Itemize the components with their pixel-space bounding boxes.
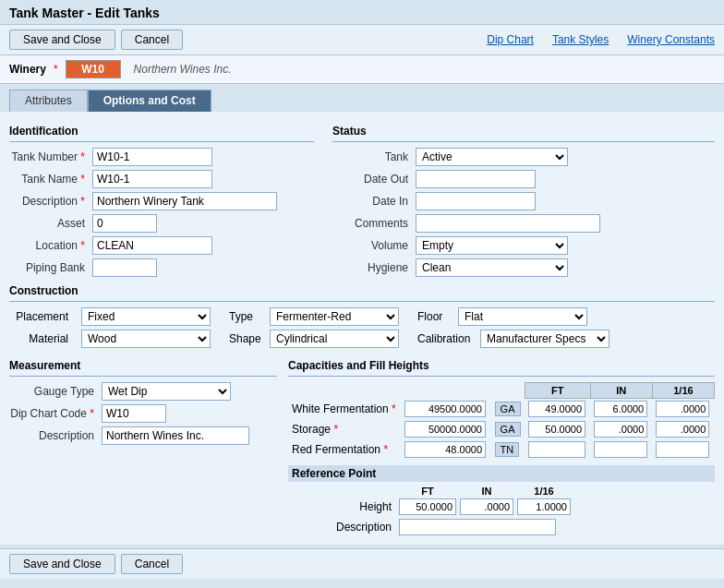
cap-ft-storage-input[interactable] — [528, 421, 585, 438]
cap-116-red-ferm-input[interactable] — [656, 441, 709, 458]
ref-height-ft-input[interactable] — [399, 498, 456, 515]
cap-val1-red-fermentation — [401, 439, 491, 460]
cap-ft-storage — [525, 419, 590, 439]
cap-row-white-fermentation: White Fermentation * GA — [288, 399, 715, 420]
save-close-button-top[interactable]: Save and Close — [9, 30, 115, 50]
floor-label: Floor — [417, 310, 451, 323]
date-in-input[interactable] — [416, 192, 536, 210]
tabs-bar: Attributes Options and Cost — [0, 84, 724, 112]
piping-bank-label: Piping Bank — [9, 261, 92, 274]
cap-val1-red-ferm-input[interactable] — [404, 441, 486, 458]
cap-label-storage: Storage * — [288, 419, 401, 439]
measurement-title: Measurement — [9, 355, 277, 377]
cap-in-red-ferm-input[interactable] — [594, 441, 647, 458]
date-out-input[interactable] — [416, 170, 536, 188]
ref-height-116-input[interactable] — [517, 498, 571, 515]
cap-val1-white-ferm-input[interactable] — [404, 401, 486, 417]
cap-in-white-ferm-input[interactable] — [594, 401, 647, 417]
tank-name-label: Tank Name * — [9, 173, 92, 186]
asset-input[interactable] — [92, 214, 157, 233]
winery-name: Northern Wines Inc. — [134, 63, 232, 76]
cap-val1-storage-input[interactable] — [404, 421, 486, 438]
shape-select[interactable]: CylindricalRectangular — [270, 330, 399, 348]
cap-tag-white-fermentation: GA — [491, 399, 525, 420]
volume-row: Volume Empty Full — [332, 236, 715, 255]
col-116-header: 1/16 — [652, 383, 714, 399]
cap-in-storage — [590, 419, 652, 439]
save-close-button-bottom[interactable]: Save and Close — [9, 554, 115, 574]
ref-height-row: Height — [288, 498, 715, 515]
winery-constants-link[interactable]: Winery Constants — [627, 33, 715, 46]
cap-val1-white-fermentation — [401, 399, 491, 420]
material-select[interactable]: WoodStainlessPlastic — [81, 330, 211, 348]
footer-bar: Save and Close Cancel — [0, 548, 724, 579]
date-in-label: Date In — [332, 195, 416, 208]
ref-description-input[interactable] — [399, 519, 556, 535]
hygiene-select[interactable]: Clean Dirty — [416, 258, 568, 277]
hygiene-row: Hygiene Clean Dirty — [332, 258, 715, 277]
col-empty-header — [401, 383, 491, 399]
cancel-button-top[interactable]: Cancel — [121, 30, 183, 50]
asset-row: Asset — [9, 214, 314, 233]
ref-description-row: Description — [288, 519, 715, 535]
cap-ft-white-ferm-input[interactable] — [528, 401, 585, 417]
tank-name-row: Tank Name * — [9, 170, 314, 188]
tab-options-and-cost[interactable]: Options and Cost — [88, 90, 211, 112]
calibration-select[interactable]: Manufacturer SpecsCustom — [480, 330, 609, 348]
cap-116-white-ferm-input[interactable] — [656, 401, 709, 417]
tank-number-input[interactable] — [92, 148, 212, 166]
tank-styles-link[interactable]: Tank Styles — [552, 33, 609, 46]
cap-116-white-fermentation — [652, 399, 714, 420]
cap-tag-storage: GA — [491, 419, 525, 439]
ref-height-label: Height — [288, 500, 395, 513]
ref-height-in-input[interactable] — [460, 498, 513, 515]
comments-input[interactable] — [416, 214, 600, 233]
piping-bank-row: Piping Bank — [9, 258, 314, 277]
cap-tag-red-fermentation: TN — [491, 439, 525, 460]
type-label: Type — [229, 310, 262, 323]
placement-select[interactable]: FixedMobile — [81, 307, 211, 326]
hygiene-label: Hygiene — [332, 261, 416, 274]
description-input[interactable] — [92, 192, 277, 210]
measurement-description-input[interactable] — [102, 426, 249, 445]
cap-row-storage: Storage * GA — [288, 419, 715, 439]
cap-ft-red-ferm-input[interactable] — [528, 441, 585, 458]
dip-chart-code-input[interactable] — [102, 404, 166, 423]
toolbar: Save and Close Cancel Dip Chart Tank Sty… — [0, 25, 724, 55]
identification-title: Identification — [9, 121, 314, 142]
dip-chart-link[interactable]: Dip Chart — [487, 33, 534, 46]
col-label-header — [288, 383, 401, 399]
capacities-table: FT IN 1/16 White Fermentation * — [288, 382, 715, 460]
piping-bank-input[interactable] — [92, 258, 157, 277]
location-row: Location * — [9, 236, 314, 255]
ref-col-headers: FT IN 1/16 — [288, 486, 715, 497]
measurement-description-label: Description — [9, 429, 102, 442]
cap-tag-white-ferm: GA — [495, 402, 521, 416]
gauge-type-select[interactable]: Wet DipDry Dip — [102, 382, 231, 401]
description-label: Description * — [9, 195, 92, 208]
toolbar-left: Save and Close Cancel — [9, 30, 183, 50]
volume-select[interactable]: Empty Full — [416, 236, 568, 255]
ref-116-header: 1/16 — [517, 486, 571, 497]
location-label: Location * — [9, 239, 92, 252]
cancel-button-bottom[interactable]: Cancel — [121, 554, 183, 574]
floor-select[interactable]: FlatSloped — [458, 307, 587, 326]
cap-116-red-fermentation — [652, 439, 714, 460]
location-input[interactable] — [92, 236, 212, 255]
winery-input[interactable] — [66, 60, 121, 78]
description-row: Description * — [9, 192, 314, 210]
tab-attributes[interactable]: Attributes — [9, 90, 88, 112]
tank-name-input[interactable] — [92, 170, 212, 188]
cap-ft-red-fermentation — [525, 439, 590, 460]
identification-section: Identification Tank Number * Tank Name *… — [9, 121, 314, 281]
cap-116-storage-input[interactable] — [656, 421, 709, 438]
cap-in-storage-input[interactable] — [594, 421, 647, 438]
tank-status-select[interactable]: Active Inactive — [416, 148, 568, 166]
construction-title: Construction — [9, 281, 715, 302]
construction-section: Construction Placement FixedMobile Type … — [9, 281, 715, 348]
cap-tag-red-ferm: TN — [495, 442, 520, 457]
bottom-section: Measurement Gauge Type Wet DipDry Dip Di… — [9, 355, 715, 535]
type-select[interactable]: Fermenter-RedFermenter-WhiteStorage — [270, 307, 399, 326]
cap-ft-white-fermentation — [525, 399, 590, 420]
reference-point-title: Reference Point — [288, 465, 715, 482]
